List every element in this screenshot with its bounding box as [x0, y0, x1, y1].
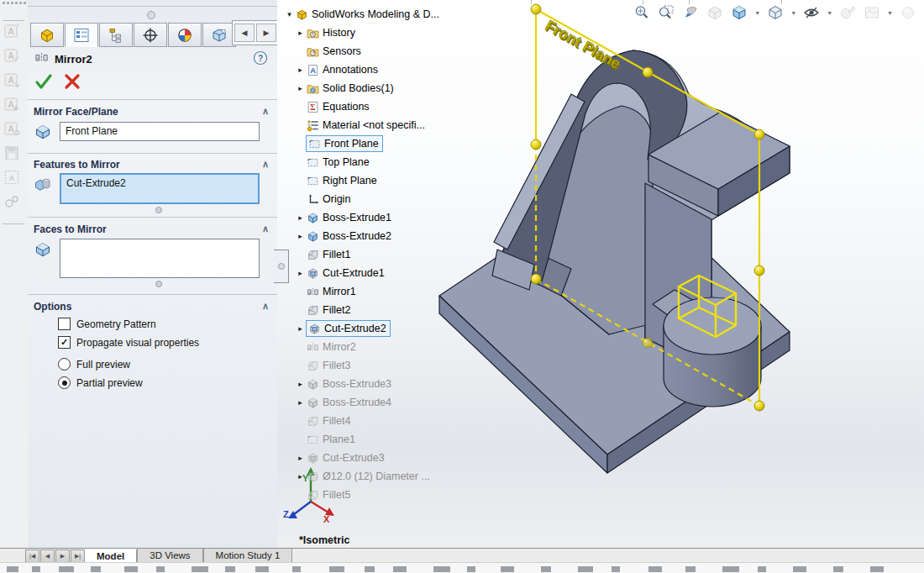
tab-scroll-right-button[interactable]: ▶: [256, 24, 276, 42]
cancel-button[interactable]: [63, 72, 81, 91]
ok-button[interactable]: [34, 72, 53, 91]
checkbox-box[interactable]: ✓: [58, 336, 71, 349]
zoom-to-fit-button[interactable]: [633, 3, 651, 22]
radio-circle[interactable]: [58, 376, 71, 389]
tab-model[interactable]: Model: [84, 549, 137, 563]
expand-arrow-icon[interactable]: ▸: [295, 29, 306, 37]
text-add-icon[interactable]: A: [3, 95, 24, 115]
list-resize-handle[interactable]: [155, 281, 162, 287]
animation-nav-buttons: |◀◀▶▶|: [25, 549, 86, 563]
tree-item-cut-extrude2[interactable]: ▸Cut-Extrude2: [284, 319, 502, 338]
tree-item-solidworks-modeling-d[interactable]: ▾SolidWorks Modeling & D...: [284, 5, 502, 24]
tree-item-boss-extrude4[interactable]: ▸Boss-Extrude4: [284, 393, 502, 412]
panel-tab-propertymanager[interactable]: [65, 23, 98, 47]
expand-arrow-icon[interactable]: ▸: [295, 269, 306, 277]
tree-item-origin[interactable]: Origin: [284, 190, 502, 208]
display-style-button[interactable]: [766, 3, 785, 22]
mirror-plane-field[interactable]: Front Plane: [60, 122, 260, 141]
expand-arrow-icon[interactable]: ▾: [284, 10, 295, 18]
radio-full-preview[interactable]: Full preview: [58, 358, 130, 371]
go-to-start-button[interactable]: |◀: [25, 549, 39, 563]
panel-tab-featuremanager[interactable]: [30, 23, 64, 47]
tree-item-cut-extrude1[interactable]: ▸Cut-Extrude1: [284, 264, 502, 282]
help-button[interactable]: ?: [253, 50, 268, 66]
checkbox-propagate-visual-properties[interactable]: ✓Propagate visual properties: [58, 336, 199, 349]
list-resize-handle[interactable]: [155, 207, 162, 213]
chevron-up-icon[interactable]: ∧: [260, 301, 271, 313]
step-back-button[interactable]: ◀: [40, 549, 55, 563]
previous-view-button[interactable]: [681, 3, 700, 22]
tree-item-mirror1[interactable]: Mirror1: [284, 282, 502, 301]
tree-item-history[interactable]: ▸History: [284, 24, 502, 42]
text-pattern-icon[interactable]: A: [3, 119, 24, 139]
expand-arrow-icon[interactable]: ▸: [295, 232, 306, 240]
faces-to-mirror-list[interactable]: [60, 239, 260, 278]
tree-item-label: Solid Bodies(1): [323, 82, 394, 94]
tree-item-equations[interactable]: ΣEquations: [284, 97, 502, 116]
chevron-up-icon[interactable]: ∧: [260, 159, 271, 171]
display-style-dropdown-caret[interactable]: ▼: [790, 10, 796, 16]
tab-scroll-left-button[interactable]: ◀: [234, 24, 255, 42]
step-forward-button[interactable]: ▶: [55, 549, 70, 563]
radio-circle[interactable]: [58, 358, 71, 371]
tree-item-plane1[interactable]: Plane1: [284, 430, 502, 449]
boss-icon: [306, 211, 319, 224]
save-table-icon[interactable]: [3, 144, 24, 164]
checkbox-geometry-pattern[interactable]: Geometry Pattern: [58, 318, 156, 330]
tree-item-boss-extrude1[interactable]: ▸Boss-Extrude1: [284, 208, 502, 227]
go-to-end-button[interactable]: ▶|: [71, 549, 85, 563]
tree-item-label: Origin: [323, 193, 350, 205]
tree-item-fillet3[interactable]: Fillet3: [284, 356, 502, 375]
expand-arrow-icon[interactable]: ▸: [295, 66, 306, 74]
expand-arrow-icon[interactable]: ▸: [295, 324, 306, 333]
chevron-up-icon[interactable]: ∧: [260, 223, 271, 235]
panel-flyout-handle[interactable]: [274, 250, 289, 283]
tree-item-annotations[interactable]: ▸AAnnotations: [284, 60, 502, 79]
graphics-viewport[interactable]: Front Plane Front Plane Y X Z ▾SolidWork…: [277, 0, 924, 548]
tab-motion-study-1[interactable]: Motion Study 1: [203, 549, 293, 563]
checkbox-box[interactable]: [58, 318, 71, 330]
tree-item-boss-extrude2[interactable]: ▸Boss-Extrude2: [284, 227, 502, 245]
tree-item-label: Cut-Extrude1: [323, 267, 385, 279]
view-orientation-dropdown-caret[interactable]: ▼: [754, 10, 760, 16]
tab-3d-views[interactable]: 3D Views: [137, 549, 202, 563]
tree-item-material-not-specifi[interactable]: Material <not specifi...: [284, 116, 502, 134]
expand-arrow-icon[interactable]: ▸: [295, 380, 306, 388]
chevron-up-icon[interactable]: ∧: [260, 106, 271, 118]
text-edit-icon[interactable]: A: [3, 46, 24, 66]
tree-item-top-plane[interactable]: Top Plane: [284, 153, 502, 171]
tree-item-front-plane[interactable]: Front Plane: [284, 134, 502, 153]
hide-show-items-dropdown-caret[interactable]: ▼: [827, 10, 832, 16]
tree-item-fillet5[interactable]: Fillet5: [284, 486, 502, 504]
tree-item-mirror2[interactable]: Mirror2: [284, 338, 502, 356]
gears-icon[interactable]: [3, 192, 24, 213]
zoom-to-area-button[interactable]: [657, 3, 675, 22]
hide-show-items-button[interactable]: [802, 3, 821, 22]
expand-arrow-icon[interactable]: ▸: [295, 213, 306, 222]
expand-arrow-icon[interactable]: ▸: [295, 454, 306, 462]
toolbar-drag-handle[interactable]: [3, 2, 30, 4]
radio-partial-preview[interactable]: Partial preview: [58, 376, 143, 389]
panel-tab-configurationmanager[interactable]: [99, 23, 133, 47]
expand-arrow-icon[interactable]: ▸: [295, 398, 306, 407]
tree-item-fillet4[interactable]: Fillet4: [284, 412, 502, 430]
view-orientation-button[interactable]: [730, 3, 748, 22]
note-icon[interactable]: A*: [3, 22, 24, 42]
panel-collapse-handle[interactable]: [147, 11, 155, 19]
panel-tab-dimxpertmanager[interactable]: [134, 23, 167, 47]
tree-item-fillet2[interactable]: Fillet2: [284, 301, 502, 319]
tree-item-sensors[interactable]: Sensors: [284, 42, 502, 60]
tree-item-cut-extrude3[interactable]: ▸Cut-Extrude3: [284, 449, 502, 467]
text-frame-icon[interactable]: A: [3, 168, 24, 188]
text-leader-icon[interactable]: A: [3, 71, 24, 91]
expand-arrow-icon[interactable]: ▸: [295, 84, 306, 92]
tree-item-boss-extrude3[interactable]: ▸Boss-Extrude3: [284, 375, 502, 393]
panel-tab-displaymanager[interactable]: [168, 23, 202, 47]
tree-item-fillet1[interactable]: Fillet1: [284, 245, 502, 264]
tree-item-right-plane[interactable]: Right Plane: [284, 171, 502, 190]
panel-tab-cam-manager[interactable]: [202, 23, 236, 47]
features-to-mirror-list[interactable]: Cut-Extrude2: [60, 173, 260, 204]
tree-item-solid-bodies-1[interactable]: ▸Solid Bodies(1): [284, 79, 502, 97]
expand-arrow-icon[interactable]: ▸: [295, 472, 306, 481]
tree-item-12-0-12-diameter[interactable]: ▸Ø12.0 (12) Diameter ...: [284, 467, 502, 486]
